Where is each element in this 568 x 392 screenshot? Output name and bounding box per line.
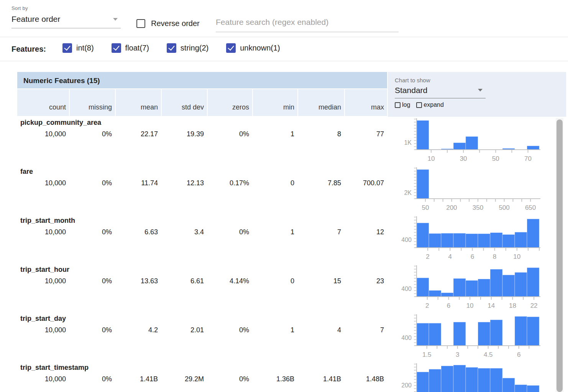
stat-zeros: 4.14%: [207, 277, 252, 285]
svg-text:400: 400: [401, 237, 412, 243]
filter-label: float(7): [125, 44, 149, 52]
svg-text:50: 50: [422, 204, 429, 211]
stat-median: 8: [297, 130, 344, 138]
stat-count: 10,000: [17, 130, 69, 138]
stat-max: 77: [344, 130, 387, 138]
svg-text:2: 2: [425, 302, 429, 309]
filter-label: int(8): [76, 44, 94, 52]
filter-label: unknown(1): [240, 44, 280, 52]
stat-count: 10,000: [17, 179, 69, 187]
column-header-count: count: [17, 89, 69, 116]
expand-checkbox[interactable]: [416, 102, 422, 108]
stat-values: 10,0000%6.633.40%1712: [17, 228, 387, 236]
stat-median: 4: [297, 326, 344, 334]
checkbox-checked-icon[interactable]: [62, 43, 72, 53]
log-label: log: [402, 101, 410, 108]
log-control[interactable]: log: [395, 101, 410, 108]
feature-stats: pickup_community_area10,0000%22.1719.390…: [17, 117, 387, 166]
chevron-down-icon: [478, 89, 483, 91]
scrollbar-thumb[interactable]: [557, 119, 563, 392]
feature-filter-int[interactable]: int(8): [62, 43, 94, 53]
chart-type-select[interactable]: Standard: [395, 83, 486, 98]
histogram-pickup_community_area: 1K10305070: [387, 117, 566, 166]
svg-text:70: 70: [524, 155, 532, 162]
svg-text:50: 50: [492, 155, 499, 162]
svg-text:10: 10: [466, 302, 474, 309]
svg-text:400: 400: [401, 286, 412, 292]
stat-min: 1.36B: [252, 375, 297, 383]
stat-mean: 13.63: [115, 277, 161, 285]
stat-missing: 0%: [69, 326, 115, 334]
charts-scrollbar[interactable]: [556, 118, 563, 392]
log-checkbox[interactable]: [395, 102, 401, 108]
reverse-order-label: Reverse order: [151, 19, 200, 28]
feature-search-input[interactable]: [216, 18, 399, 32]
stat-std-dev: 19.39: [161, 130, 207, 138]
column-header-median: median: [297, 89, 344, 116]
svg-text:18: 18: [509, 302, 516, 309]
features-filter-bar: Features: int(8)float(7)string(2)unknown…: [0, 37, 568, 61]
stat-min: 0: [252, 277, 297, 285]
feature-stats: trip_start_hour10,0000%13.636.614.14%015…: [17, 264, 387, 313]
features-label: Features:: [11, 45, 46, 54]
stat-max: 7: [344, 326, 387, 334]
feature-stats: trip_start_month10,0000%6.633.40%1712: [17, 215, 387, 264]
column-header-missing: missing: [69, 89, 115, 116]
checkbox-checked-icon[interactable]: [112, 43, 121, 53]
expand-label: expand: [424, 101, 444, 108]
stat-values: 10,0000%22.1719.390%1877: [17, 130, 387, 138]
expand-control[interactable]: expand: [416, 101, 444, 108]
stat-max: 12: [344, 228, 387, 236]
histogram-trip_start_timestamp: 200: [387, 362, 566, 392]
stat-zeros: 0%: [207, 130, 252, 138]
feature-filter-string[interactable]: string(2): [167, 43, 208, 53]
numeric-features-table: Numeric Features (15) countmissingmeanst…: [17, 72, 566, 392]
feature-stats: fare10,0000%11.7412.130.17%07.85700.07: [17, 166, 387, 215]
histogram-fare: 2K50200350500650: [387, 166, 566, 215]
checkbox-checked-icon[interactable]: [167, 43, 176, 53]
column-header-zeros: zeros: [207, 89, 252, 116]
stat-min: 0: [252, 179, 297, 187]
stat-min: 1: [252, 228, 297, 236]
feature-filter-unknown[interactable]: unknown(1): [226, 43, 280, 53]
feature-stats: trip_start_day10,0000%4.22.010%147: [17, 313, 387, 362]
stat-mean: 4.2: [115, 326, 161, 334]
feature-row-pickup_community_area: pickup_community_area10,0000%22.1719.390…: [17, 117, 566, 166]
feature-chart: 1K10305070: [387, 117, 566, 166]
stat-zeros: 0.17%: [207, 179, 252, 187]
stat-std-dev: 2.01: [161, 326, 207, 334]
svg-text:6: 6: [471, 253, 474, 260]
toolbar: Sort by Feature order Reverse order: [0, 0, 568, 37]
histogram-trip_start_day: 4001.534.56: [387, 313, 566, 362]
stat-std-dev: 29.2M: [161, 375, 207, 383]
stat-median: 7: [297, 228, 344, 236]
filter-label: string(2): [181, 44, 208, 52]
chart-to-show-label: Chart to show: [395, 77, 566, 83]
stat-max: 1.48B: [344, 375, 387, 383]
stat-count: 10,000: [17, 326, 69, 334]
svg-text:2: 2: [426, 253, 429, 260]
feature-filter-float[interactable]: float(7): [112, 43, 149, 53]
reverse-order-checkbox[interactable]: [136, 19, 145, 28]
stat-count: 10,000: [17, 277, 69, 285]
histogram-trip_start_month: 400246810: [387, 215, 566, 264]
chevron-down-icon: [113, 18, 118, 21]
chart-type-value: Standard: [395, 86, 427, 95]
sort-by-value: Feature order: [11, 15, 60, 23]
svg-text:1K: 1K: [404, 139, 412, 146]
svg-text:30: 30: [460, 155, 467, 162]
stat-count: 10,000: [17, 228, 69, 236]
svg-text:8: 8: [493, 253, 496, 260]
feature-stats: trip_start_timestamp10,0000%1.41B29.2M0%…: [17, 362, 387, 392]
svg-text:10: 10: [513, 253, 520, 260]
facets-overview-app: Sort by Feature order Reverse order Feat…: [0, 0, 568, 392]
svg-text:2K: 2K: [404, 189, 412, 196]
svg-text:350: 350: [473, 204, 483, 211]
reverse-order-control[interactable]: Reverse order: [136, 19, 200, 28]
table-header-left: Numeric Features (15) countmissingmeanst…: [17, 72, 387, 117]
checkbox-checked-icon[interactable]: [226, 43, 236, 53]
sort-by-select[interactable]: Feature order: [11, 11, 121, 28]
svg-text:400: 400: [401, 335, 412, 341]
feature-type-filters: int(8)float(7)string(2)unknown(1): [62, 43, 298, 55]
feature-chart: 2K50200350500650: [387, 166, 566, 215]
